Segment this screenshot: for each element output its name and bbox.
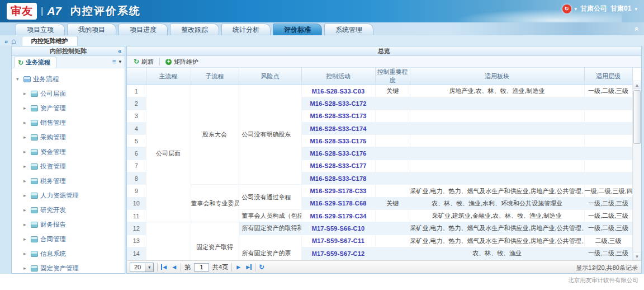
tree-root-label[interactable]: 业务流程 (33, 75, 59, 83)
control-activity-link[interactable]: M16-S28-S33-C175 (301, 135, 375, 147)
scroll-up-icon[interactable]: ▲ (633, 81, 641, 89)
reload-icon[interactable]: ↻ (259, 263, 264, 271)
menu-icon[interactable]: ≡ (112, 58, 116, 66)
tree-item[interactable]: ▸人力资源管理 (16, 188, 124, 203)
last-page-button[interactable]: ▶ (245, 264, 252, 270)
tree-item-label[interactable]: 研究开发 (40, 206, 66, 214)
tree-item[interactable]: ▸投资管理 (16, 159, 124, 174)
tree-item-label[interactable]: 税务管理 (40, 177, 66, 185)
tree-item-label[interactable]: 合同管理 (40, 235, 66, 244)
control-activity-link[interactable]: M16-S29-S178-C33 (301, 185, 375, 197)
tree-item[interactable]: ▸税务管理 (16, 174, 124, 188)
control-activity-link[interactable]: M16-S28-S33-C172 (301, 97, 375, 110)
tree-item[interactable]: ▸固定资产管理 (16, 261, 124, 273)
expand-arrow-icon[interactable]: ▸ (23, 251, 29, 256)
control-activity-link[interactable]: M16-S28-S33-C174 (301, 122, 375, 134)
control-activity-link[interactable]: M16-S29-S178-C68 (301, 197, 375, 209)
expand-arrow-icon[interactable]: ▸ (23, 193, 29, 198)
matrix-maintain-button[interactable]: + 矩阵维护 (162, 58, 202, 66)
nav-tab[interactable]: 我的项目 (67, 24, 116, 35)
tree-item-label[interactable]: 人力资源管理 (40, 191, 79, 200)
nav-tab[interactable]: 项目进度 (119, 24, 168, 35)
chevron-down-icon[interactable]: ▾ (119, 59, 121, 64)
tree-item-label[interactable]: 销售管理 (40, 119, 66, 127)
control-activity-link[interactable]: M16-S28-S33-C178 (301, 172, 375, 185)
refresh-button[interactable]: ↻ 刷新 (130, 58, 157, 66)
tree-item[interactable]: ▸资金管理 (16, 144, 124, 159)
expand-arrow-icon[interactable]: ▸ (23, 207, 29, 213)
control-activity-link[interactable]: M16-S29-S179-C34 (301, 209, 375, 222)
expand-arrow-icon[interactable]: ▸ (23, 120, 29, 125)
tree-item[interactable]: ▸公司层面 (16, 86, 124, 101)
col-header-risk-point[interactable]: 风险点 (239, 68, 301, 85)
tree-item[interactable]: ▸采购管理 (16, 130, 124, 144)
tree-item-label[interactable]: 公司层面 (40, 90, 66, 98)
expand-arrow-icon[interactable]: ▸ (23, 163, 29, 169)
tree-item[interactable]: ▸信息系统 (16, 246, 124, 261)
nav-tab[interactable]: 统计分析 (221, 24, 271, 35)
nav-tab[interactable]: 项目立项 (16, 24, 65, 35)
collapse-panel-icon[interactable]: « (118, 46, 121, 55)
first-page-button[interactable]: ◀ (161, 264, 168, 270)
control-activity-link[interactable]: M17-S59-S67-C11 (301, 235, 375, 247)
col-header-level[interactable]: 适用层级 (584, 68, 632, 85)
tree-item-label[interactable]: 资金管理 (40, 148, 66, 156)
control-activity-link[interactable]: M16-S28-S33-C177 (301, 160, 375, 172)
expand-arrow-icon[interactable]: ▸ (23, 134, 29, 140)
control-activity-link[interactable]: M16-S28-S33-C173 (301, 110, 375, 122)
nav-tab[interactable]: 整改跟踪 (170, 24, 219, 35)
tab-business-process[interactable]: ↻ 业务流程 (14, 57, 56, 68)
expand-arrow-icon[interactable]: ▸ (23, 178, 29, 184)
expand-arrow-icon[interactable]: ▸ (23, 149, 29, 155)
control-activity-link[interactable]: M17-S59-S66-C10 (301, 222, 375, 235)
control-activity-link[interactable]: M17-S59-S67-C12 (301, 247, 375, 259)
tree-item[interactable]: ▸财务报告 (16, 217, 124, 232)
chevron-down-icon[interactable]: ▾ (575, 6, 577, 12)
vertical-scrollbar[interactable]: ▲ ▼ (632, 81, 641, 260)
tree-item[interactable]: ▸合同管理 (16, 232, 124, 246)
collapse-arrow-icon[interactable]: ▾ (16, 76, 21, 82)
user-name[interactable]: 甘肃01 (610, 4, 631, 13)
control-activity-link[interactable]: M16-S28-S33-C03 (301, 85, 375, 97)
user-company[interactable]: 甘肃公司 (580, 4, 607, 13)
col-header-sub-process[interactable]: 子流程 (191, 68, 239, 85)
col-header-control-activity[interactable]: 控制活动 (301, 68, 375, 85)
tree-item-label[interactable]: 固定资产管理 (40, 264, 79, 273)
tree-item-label[interactable]: 投资管理 (40, 162, 66, 171)
page-tab[interactable]: 内控矩阵维护 (22, 36, 78, 46)
page-size-select[interactable]: 20 ▾ (130, 263, 154, 272)
tree-item-label[interactable]: 资产管理 (40, 104, 66, 113)
expand-arrow-icon[interactable]: ▸ (23, 91, 29, 96)
scrollbar-thumb[interactable] (633, 90, 641, 144)
nav-tab[interactable]: 系统管理 (324, 24, 373, 35)
user-area: ↻ ▾ 甘肃公司 甘肃01 ▾ (562, 4, 637, 13)
collapse-up-icon[interactable]: « (633, 27, 641, 31)
expand-arrow-icon[interactable]: ▸ (23, 265, 29, 271)
folder-icon (31, 105, 38, 111)
nav-tab[interactable]: 评价标准 (273, 24, 322, 35)
col-header-main-process[interactable]: 主流程 (146, 68, 191, 85)
chevron-down-icon[interactable]: ▾ (634, 6, 637, 12)
tree-item[interactable]: ▸销售管理 (16, 115, 124, 130)
expand-sidebar-icon[interactable]: » (4, 38, 8, 45)
tree-item-label[interactable]: 财务报告 (40, 221, 66, 229)
expand-arrow-icon[interactable]: ▸ (23, 236, 29, 242)
tree-item-label[interactable]: 信息系统 (40, 250, 66, 258)
next-page-button[interactable]: ▶ (235, 264, 242, 270)
col-header-sector[interactable]: 适用板块 (410, 68, 584, 85)
pager-separator (255, 263, 255, 272)
session-badge-icon[interactable]: ↻ (562, 4, 571, 13)
tree-item[interactable]: ▸资产管理 (16, 101, 124, 115)
col-header-importance[interactable]: 控制重要程度 (375, 68, 410, 85)
tree-item-label[interactable]: 采购管理 (40, 133, 66, 142)
tree-root[interactable]: ▾ 业务流程 (16, 72, 124, 86)
page-number-input[interactable] (194, 263, 209, 272)
tree-item[interactable]: ▸研究开发 (16, 203, 124, 217)
scroll-down-icon[interactable]: ▼ (633, 252, 641, 260)
sector-cell (410, 135, 584, 147)
expand-arrow-icon[interactable]: ▸ (23, 222, 29, 227)
control-activity-link[interactable]: M16-S28-S33-C176 (301, 147, 375, 160)
expand-arrow-icon[interactable]: ▸ (23, 105, 29, 111)
prev-page-button[interactable]: ◀ (171, 264, 177, 270)
home-icon[interactable]: ⌂ (11, 36, 16, 45)
